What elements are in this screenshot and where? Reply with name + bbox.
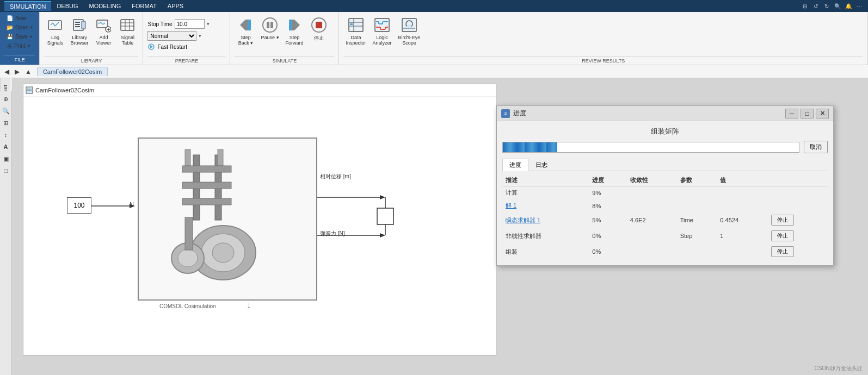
stop-time-input[interactable]: [175, 19, 205, 29]
cancel-button[interactable]: 取消: [804, 141, 828, 153]
signal-table-icon: [119, 16, 136, 34]
menu-simulation[interactable]: SIMULATION: [4, 1, 51, 11]
menu-icon4[interactable]: 🔍: [833, 2, 842, 10]
step-forward-button[interactable]: StepForward: [284, 14, 306, 47]
stop-row-btn-4[interactable]: 停止: [771, 246, 794, 257]
mode-dropdown-arrow[interactable]: ▾: [199, 33, 201, 39]
row-link-1[interactable]: 解 1: [506, 202, 516, 209]
row-desc-1[interactable]: 解 1: [502, 199, 589, 212]
canvas-header: CamFollower02Cosim: [23, 84, 496, 97]
svg-point-68: [212, 243, 234, 262]
menu-apps[interactable]: APPS: [162, 2, 189, 10]
input-block[interactable]: 100: [67, 197, 91, 214]
svg-rect-39: [350, 23, 353, 25]
tab-log[interactable]: 日志: [528, 159, 555, 171]
row-param-0: [677, 186, 717, 199]
simulation-block[interactable]: [138, 138, 317, 301]
row-convergence-3: [627, 228, 677, 244]
pause-button[interactable]: Pause ▾: [258, 14, 281, 41]
sidebar-btn-grid[interactable]: ⊞: [1, 117, 11, 128]
row-progress-1: 8%: [589, 199, 626, 212]
mode-select[interactable]: Normal Accelerator Rapid Accelerator: [147, 31, 196, 41]
dialog-minimize-button[interactable]: ─: [785, 109, 798, 118]
down-arrow: ↓: [247, 301, 251, 310]
print-icon: 🖨: [7, 43, 12, 49]
col-convergence: 收敛性: [627, 174, 677, 186]
col-desc: 描述: [502, 174, 589, 186]
svg-marker-75: [380, 233, 385, 238]
data-inspector-icon: [347, 16, 365, 34]
dialog-restore-button[interactable]: □: [801, 109, 814, 118]
review-group-label: REVIEW RESULTS: [343, 57, 863, 64]
log-signals-icon: [46, 16, 64, 34]
row-progress-2: 5%: [589, 212, 626, 228]
stop-row-btn-3[interactable]: 停止: [771, 230, 794, 241]
svg-line-2: [53, 23, 55, 26]
row-param-2: Time: [677, 212, 717, 228]
nav-up-button[interactable]: ▲: [23, 67, 34, 77]
row-value-1: [717, 199, 767, 212]
dropdown-arrow[interactable]: ▾: [207, 21, 210, 27]
save-button[interactable]: 💾 Save ▾: [4, 33, 35, 41]
svg-rect-64: [182, 182, 231, 189]
sidebar-btn-text[interactable]: A: [1, 141, 11, 152]
data-inspector-label: DataInspector: [346, 35, 366, 46]
tab-progress[interactable]: 进度: [502, 159, 528, 171]
block-diagram: 100 N: [23, 97, 496, 341]
menu-debug[interactable]: DEBUG: [51, 2, 83, 10]
birds-eye-button[interactable]: Bird's-EyeScope: [396, 14, 423, 47]
dialog-body: 组装矩阵 取消 进度 日志 描述 进度 收敛性 参数 值: [497, 121, 833, 265]
log-signals-button[interactable]: LogSignals: [44, 14, 66, 47]
menu-icon3[interactable]: ↻: [822, 2, 831, 10]
sidebar-btn-block1[interactable]: ▣: [1, 153, 11, 164]
progress-bar-outer: [502, 142, 799, 153]
stop-row-btn-2[interactable]: 停止: [771, 215, 794, 226]
ribbon-group-library: LogSignals LibraryBrowser: [40, 12, 143, 65]
row-link-2[interactable]: 瞬态求解器 1: [506, 217, 540, 223]
progress-table: 描述 进度 收敛性 参数 值 计算9%解 18%瞬态求解器 15%4.6E2Ti…: [502, 174, 828, 260]
progress-bar-inner: [503, 142, 557, 152]
fast-restart-row: Fast Restart: [147, 43, 187, 51]
sidebar-btn-block2[interactable]: □: [1, 165, 11, 176]
step-back-button[interactable]: StepBack ▾: [235, 14, 256, 47]
row-desc-3: 非线性求解器: [502, 228, 589, 244]
step-back-label: StepBack ▾: [238, 35, 254, 46]
logic-analyzer-button[interactable]: LogicAnalyzer: [371, 14, 394, 47]
pause-label: Pause ▾: [261, 35, 279, 40]
nav-back-button[interactable]: ◀: [2, 67, 11, 77]
row-value-4: [717, 244, 767, 260]
sidebar-btn-plus[interactable]: ⊕: [1, 93, 11, 104]
data-inspector-button[interactable]: DataInspector: [343, 14, 368, 47]
pause-icon: [261, 16, 279, 34]
svg-rect-32: [289, 20, 292, 30]
sidebar-btn-arrows[interactable]: ↕: [1, 129, 11, 140]
stop-button[interactable]: 停止: [308, 14, 330, 43]
dialog-tabs: 进度 日志: [502, 159, 828, 171]
row-progress-3: 0%: [589, 228, 626, 244]
svg-rect-34: [316, 22, 322, 28]
toolbar2: ◀ ▶ ▲ CamFollower02Cosim: [0, 65, 868, 78]
svg-rect-63: [182, 166, 231, 172]
row-desc-2[interactable]: 瞬态求解器 1: [502, 212, 589, 228]
menu-format[interactable]: FORMAT: [126, 2, 162, 10]
breadcrumb-tab[interactable]: CamFollower02Cosim: [37, 67, 108, 76]
nav-forward-button[interactable]: ▶: [13, 67, 22, 77]
sidebar-btn-zoom[interactable]: 🔍: [1, 105, 11, 116]
stop-time-label: Stop Time: [147, 21, 172, 27]
menu-icon1[interactable]: ⊟: [801, 2, 809, 10]
main-area: CamFollower02Cosim 100 N: [12, 78, 868, 375]
signal-table-button[interactable]: SignalTable: [116, 14, 138, 47]
svg-rect-62: [218, 149, 223, 166]
menu-modeling[interactable]: MODELING: [84, 2, 127, 10]
library-browser-button[interactable]: LibraryBrowser: [68, 14, 90, 47]
add-viewer-button[interactable]: AddViewer: [93, 14, 114, 47]
dialog-title: 进度: [513, 109, 782, 118]
open-icon: 📂: [7, 24, 13, 30]
menu-icon2[interactable]: ↺: [811, 2, 820, 10]
open-button[interactable]: 📂 Open ▾: [4, 23, 35, 32]
new-button[interactable]: 📄 New: [4, 14, 35, 22]
menu-icon6[interactable]: ⋯: [855, 2, 864, 10]
menu-icon5[interactable]: 🔔: [844, 2, 853, 10]
print-button[interactable]: 🖨 Print ▾: [4, 42, 35, 50]
dialog-close-button[interactable]: ✕: [816, 109, 829, 118]
